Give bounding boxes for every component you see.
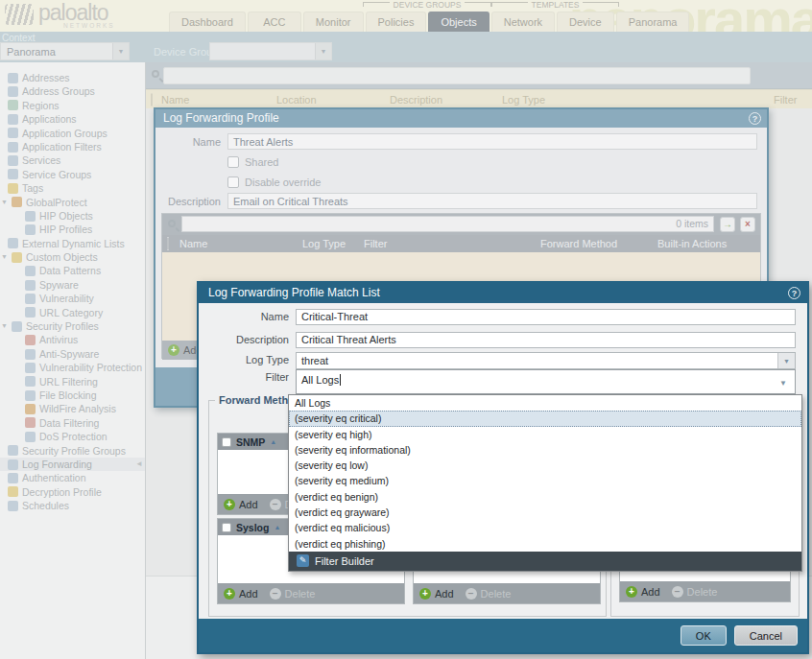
filter-combobox[interactable]: All Logs ▼ — [296, 369, 796, 394]
dropdown-option[interactable]: (severity eq high) — [289, 427, 801, 442]
shared-checkbox[interactable] — [227, 156, 239, 168]
sidebar-item-data-patterns[interactable]: Data Patterns — [0, 264, 145, 277]
column-log-type[interactable]: Log Type — [502, 94, 774, 106]
sidebar-item-applications[interactable]: Applications — [0, 112, 145, 126]
sidebar-item-hip-objects[interactable]: HIP Objects — [0, 209, 145, 223]
sidebar-item-log-forwarding[interactable]: Log Forwarding◄ — [0, 458, 145, 471]
cancel-button[interactable]: Cancel — [734, 625, 798, 646]
sidebar-item-vulnerability[interactable]: Vulnerability — [0, 292, 145, 305]
sidebar-item-application-groups[interactable]: Application Groups — [0, 127, 145, 140]
dropdown-option[interactable]: (severity eq medium) — [289, 473, 801, 488]
sidebar-item-service-groups[interactable]: Service Groups — [0, 168, 145, 181]
delete-button[interactable]: Delete — [285, 588, 316, 600]
expand-triangle-icon[interactable]: ▼ — [1, 319, 8, 333]
sidebar-item-dos-protection[interactable]: DoS Protection — [0, 430, 145, 443]
collapse-sidebar-icon[interactable]: ◄ — [135, 458, 143, 471]
sidebar-item-application-filters[interactable]: Application Filters — [0, 140, 145, 153]
chevron-down-icon[interactable]: ▼ — [315, 43, 331, 59]
log-type-select[interactable]: threat ▼ — [296, 352, 796, 369]
delete-button[interactable]: Delete — [481, 588, 512, 600]
delete-button[interactable]: Delete — [687, 586, 718, 598]
dropdown-option[interactable]: (verdict eq phishing) — [289, 536, 801, 552]
select-all-checkbox[interactable] — [151, 93, 153, 106]
column-name[interactable]: Name — [161, 94, 276, 106]
sidebar-item-security-profiles[interactable]: ▼Security Profiles — [0, 319, 145, 333]
column-description[interactable]: Description — [390, 94, 502, 106]
sidebar-item-regions[interactable]: Regions — [0, 99, 145, 112]
add-button[interactable]: Add — [239, 499, 258, 510]
clear-filter-icon[interactable]: × — [740, 217, 755, 232]
sidebar-item-external-dynamic-lists[interactable]: External Dynamic Lists — [0, 237, 145, 250]
sidebar-item-services[interactable]: Services — [0, 153, 145, 167]
sidebar-item-url-category[interactable]: URL Category — [0, 306, 145, 319]
snmp-select-all-checkbox[interactable] — [222, 437, 231, 447]
sidebar-item-tags[interactable]: Tags — [0, 181, 145, 195]
delete-icon[interactable]: − — [672, 586, 683, 598]
sidebar-item-spyware[interactable]: Spyware — [0, 278, 145, 292]
sidebar-item-vulnerability-protection[interactable]: Vulnerability Protection — [0, 361, 145, 374]
add-icon[interactable]: + — [224, 499, 235, 510]
filter-builder-row[interactable]: ✎ Filter Builder — [289, 552, 801, 571]
sidebar-item-globalprotect[interactable]: ▼GlobalProtect — [0, 196, 145, 209]
syslog-select-all-checkbox[interactable] — [222, 523, 231, 532]
tab-dashboard[interactable]: Dashboard — [169, 12, 246, 32]
tab-device[interactable]: Device — [557, 12, 614, 32]
column-filter[interactable]: Filter — [364, 238, 540, 249]
match-list-search-input[interactable] — [181, 216, 714, 232]
sidebar-item-schedules[interactable]: Schedules — [0, 499, 145, 512]
column-log-type[interactable]: Log Type — [302, 238, 364, 249]
add-icon[interactable]: + — [224, 588, 235, 600]
add-button[interactable]: Add — [435, 588, 454, 600]
content-search-input[interactable] — [163, 67, 751, 84]
column-built-in-actions[interactable]: Built-in Actions — [657, 238, 760, 249]
tab-policies[interactable]: Policies — [366, 12, 427, 32]
sidebar-item-data-filtering[interactable]: Data Filtering — [0, 416, 145, 430]
dropdown-option[interactable]: (verdict eq benign) — [289, 489, 801, 505]
tab-monitor[interactable]: Monitor — [303, 12, 364, 32]
description-field[interactable]: Critical Threat Alerts — [296, 332, 796, 348]
sidebar-item-authentication[interactable]: Authentication — [0, 471, 145, 484]
apply-filter-icon[interactable]: → — [720, 217, 735, 232]
delete-icon[interactable]: − — [270, 588, 281, 600]
dropdown-option[interactable]: All Logs — [289, 395, 801, 411]
chevron-down-icon[interactable]: ▼ — [777, 353, 795, 368]
column-name[interactable]: Name — [179, 238, 302, 249]
dropdown-option-highlighted[interactable]: (severity eq critical) — [289, 411, 801, 426]
chevron-down-icon[interactable]: ▼ — [779, 379, 787, 388]
dropdown-option[interactable]: (verdict eq malicious) — [289, 520, 801, 535]
sort-asc-icon[interactable]: ▲ — [274, 524, 280, 530]
expand-triangle-icon[interactable]: ▼ — [1, 196, 8, 209]
tab-panorama[interactable]: Panorama — [616, 12, 690, 32]
column-forward-method[interactable]: Forward Method — [540, 238, 657, 249]
delete-icon[interactable]: − — [466, 588, 477, 600]
add-icon[interactable]: + — [168, 344, 179, 356]
sidebar-item-decryption-profile[interactable]: Decryption Profile — [0, 485, 145, 499]
add-button[interactable]: Add — [641, 586, 660, 598]
column-location[interactable]: Location — [276, 94, 390, 106]
add-icon[interactable]: + — [419, 588, 431, 600]
chevron-down-icon[interactable]: ▼ — [112, 43, 129, 59]
expand-triangle-icon[interactable]: ▼ — [1, 250, 8, 264]
context-select[interactable]: Panorama ▼ — [0, 42, 130, 60]
help-icon[interactable]: ? — [788, 287, 800, 299]
sidebar-item-custom-objects[interactable]: ▼Custom Objects — [0, 250, 145, 264]
dropdown-option[interactable]: (severity eq informational) — [289, 442, 801, 458]
tab-objects[interactable]: Objects — [428, 12, 489, 32]
sidebar-item-antivirus[interactable]: Antivirus — [0, 333, 145, 346]
column-filter[interactable]: Filter — [774, 94, 812, 106]
add-icon[interactable]: + — [626, 586, 637, 598]
sort-asc-icon[interactable]: ▲ — [270, 438, 276, 445]
delete-icon[interactable]: − — [270, 499, 281, 510]
tab-network[interactable]: Network — [491, 12, 555, 32]
name-field[interactable]: Threat Alerts — [227, 133, 757, 150]
sidebar-item-url-filtering[interactable]: URL Filtering — [0, 375, 145, 388]
dropdown-option[interactable]: (verdict eq grayware) — [289, 505, 801, 520]
add-button[interactable]: Add — [239, 588, 258, 600]
tab-acc[interactable]: ACC — [248, 12, 301, 32]
help-icon[interactable]: ? — [749, 112, 761, 125]
description-field[interactable]: Email on Critical Threats — [227, 193, 757, 209]
dropdown-option[interactable]: (severity eq low) — [289, 458, 801, 473]
sidebar-item-wildfire-analysis[interactable]: WildFire Analysis — [0, 402, 145, 415]
sidebar-item-address-groups[interactable]: Address Groups — [0, 84, 145, 98]
sidebar-item-anti-spyware[interactable]: Anti-Spyware — [0, 347, 145, 361]
